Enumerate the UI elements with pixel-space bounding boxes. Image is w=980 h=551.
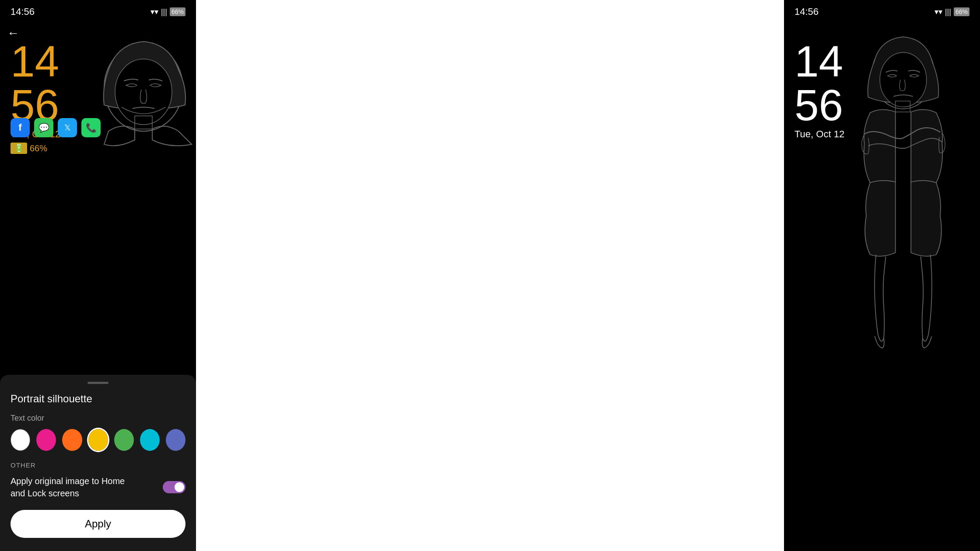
- toggle-switch[interactable]: [163, 481, 186, 493]
- status-bar-left: 14:56 ▾▾ ||| 66%: [0, 0, 196, 19]
- app-icons: f 💬 𝕏 📞: [10, 118, 101, 137]
- apply-button[interactable]: Apply: [10, 510, 186, 538]
- battery-right: 66%: [954, 7, 970, 16]
- toggle-row: Apply original image to Home and Lock sc…: [10, 475, 186, 499]
- swatch-cyan[interactable]: [140, 429, 160, 451]
- swatch-orange[interactable]: [62, 429, 82, 451]
- swatch-yellow[interactable]: [88, 429, 108, 451]
- color-label: Text color: [10, 414, 186, 423]
- clock-hour-right: 14: [794, 39, 844, 83]
- sheet-title: Portrait silhouette: [10, 393, 186, 405]
- color-swatches: [10, 429, 186, 451]
- clock-minute-right: 56: [794, 83, 844, 127]
- swatch-green[interactable]: [114, 429, 134, 451]
- wifi-icon-right: ▾▾: [934, 7, 942, 17]
- whatsapp-icon[interactable]: 📞: [81, 118, 101, 137]
- status-bar-right: 14:56 ▾▾ ||| 66%: [784, 0, 980, 19]
- battery-left: 66%: [170, 7, 186, 16]
- battery-pct-left: 66%: [30, 143, 47, 153]
- other-section-label: OTHER: [10, 461, 186, 469]
- full-body-sketch: [831, 35, 971, 385]
- toggle-text: Apply original image to Home and Lock sc…: [10, 475, 142, 499]
- left-phone: 14:56 ▾▾ ||| 66% ← 14 56 Tue, Oct 12 🔋 6…: [0, 0, 196, 551]
- swatch-white[interactable]: [10, 429, 30, 451]
- status-icons-left: ▾▾ ||| 66%: [150, 7, 186, 17]
- status-icons-right: ▾▾ ||| 66%: [934, 7, 970, 17]
- clock-date-right: Tue, Oct 12: [794, 129, 844, 140]
- bottom-sheet: Portrait silhouette Text color OTHER App…: [0, 375, 196, 551]
- sheet-handle: [88, 382, 108, 384]
- signal-icon: |||: [161, 7, 167, 17]
- svg-point-1: [115, 59, 172, 125]
- facebook-icon[interactable]: f: [10, 118, 30, 137]
- right-phone: 14:56 ▾▾ ||| 66% 14 56 Tue, Oct 12: [784, 0, 980, 551]
- toggle-knob: [175, 482, 184, 492]
- wifi-icon: ▾▾: [150, 7, 158, 17]
- battery-badge-left: 🔋: [10, 143, 27, 154]
- clock-right: 14 56 Tue, Oct 12: [794, 39, 844, 140]
- svg-point-4: [880, 52, 927, 107]
- time-right: 14:56: [794, 6, 819, 17]
- signal-icon-right: |||: [945, 7, 951, 17]
- back-button[interactable]: ←: [7, 26, 19, 40]
- battery-status-left: 🔋 66%: [10, 143, 60, 154]
- swatch-blue[interactable]: [166, 429, 186, 451]
- messages-icon[interactable]: 💬: [34, 118, 53, 137]
- clock-hour-left: 14: [10, 39, 60, 83]
- time-left: 14:56: [10, 6, 35, 17]
- twitter-icon[interactable]: 𝕏: [58, 118, 77, 137]
- swatch-pink[interactable]: [36, 429, 56, 451]
